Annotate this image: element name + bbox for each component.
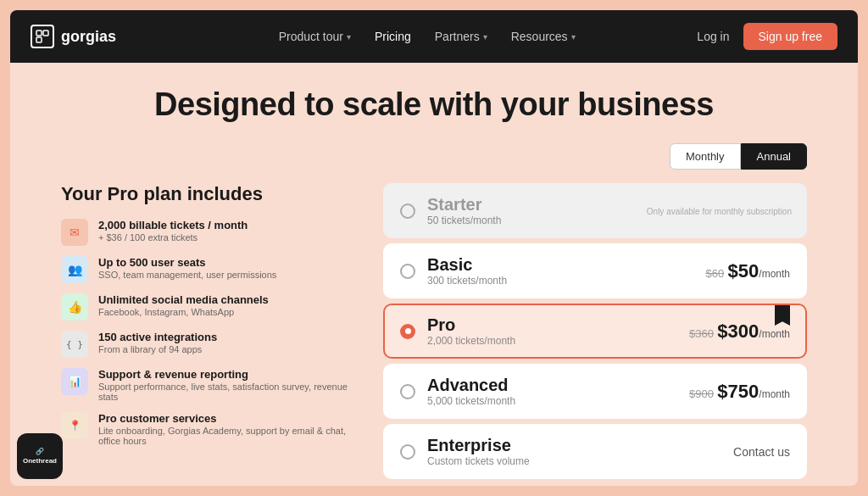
plan-card-pro[interactable]: Pro 2,000 tickets/month $360 $300/month (383, 304, 807, 359)
price-original: $900 (689, 387, 714, 400)
feature-name: 150 active integrations (98, 331, 217, 343)
navbar-actions: Log in Sign up free (697, 23, 837, 50)
plan-radio-starter (400, 203, 415, 219)
plan-price: $900 $750/month (689, 381, 790, 403)
plan-name: Enterprise (427, 436, 721, 455)
feature-desc: Support performance, live stats, satisfa… (98, 382, 349, 402)
plan-card-enterprise[interactable]: Enterprise Custom tickets volume Contact… (383, 424, 807, 479)
left-column: Your Pro plan includes ✉ 2,000 billable … (61, 183, 349, 479)
nav-resources[interactable]: Resources ▾ (511, 30, 576, 43)
plan-name: Basic (427, 255, 693, 275)
plan-radio-pro (400, 324, 415, 339)
nav-menu: Product tour ▾ Pricing Partners ▾ Resour… (157, 30, 697, 43)
feature-name: Up to 500 user seats (98, 256, 276, 269)
main-content: Designed to scale with your business Mon… (10, 63, 858, 486)
contact-us-label: Contact us (733, 445, 790, 459)
price-period: /month (759, 268, 790, 280)
monthly-toggle[interactable]: Monthly (670, 143, 741, 170)
feature-name: 2,000 billable tickets / month (98, 219, 248, 231)
content-columns: Your Pro plan includes ✉ 2,000 billable … (61, 183, 807, 479)
plan-card-starter[interactable]: Starter 50 tickets/month Only available … (383, 183, 807, 238)
feature-desc: + $36 / 100 extra tickets (98, 232, 248, 242)
price-current: $50 (728, 260, 760, 281)
integrations-icon: { } (61, 331, 88, 358)
chevron-down-icon: ▾ (347, 32, 351, 42)
plan-tickets: Custom tickets volume (427, 455, 721, 467)
logo-icon (31, 25, 54, 48)
logo-text: gorgias (61, 28, 116, 46)
plan-name: Pro (427, 315, 677, 335)
plan-radio-advanced (400, 384, 415, 399)
app-frame: gorgias Product tour ▾ Pricing Partners … (10, 10, 858, 486)
plan-name: Advanced (427, 376, 677, 395)
feature-list: ✉ 2,000 billable tickets / month + $36 /… (61, 219, 349, 446)
badge-label: Onethread (23, 457, 57, 465)
nav-label: Resources (511, 30, 568, 43)
tickets-icon: ✉ (61, 219, 88, 246)
feature-social: 👍 Unlimited social media channels Facebo… (61, 293, 349, 320)
nav-label: Pricing (375, 30, 411, 43)
feature-desc: SSO, team management, user permissions (98, 270, 276, 280)
svg-rect-2 (36, 37, 42, 42)
svg-rect-0 (36, 31, 42, 36)
logo[interactable]: gorgias (31, 25, 116, 48)
seats-icon: 👥 (61, 256, 88, 283)
feature-integrations: { } 150 active integrations From a libra… (61, 331, 349, 358)
price-current: $750 (717, 381, 759, 402)
svg-rect-1 (43, 31, 48, 36)
plan-tickets: 5,000 tickets/month (427, 395, 677, 407)
feature-desc: Lite onboarding, Gorgias Academy, suppor… (98, 426, 349, 446)
chevron-down-icon: ▾ (571, 32, 576, 42)
price-original: $360 (689, 327, 714, 340)
price-period: /month (759, 328, 790, 340)
navbar: gorgias Product tour ▾ Pricing Partners … (10, 10, 858, 63)
price-current: $300 (717, 320, 759, 342)
signup-button[interactable]: Sign up free (743, 23, 838, 50)
feature-desc: Facebook, Instagram, WhatsApp (98, 307, 269, 317)
plan-card-basic[interactable]: Basic 300 tickets/month $60 $50/month (383, 243, 807, 298)
chevron-down-icon: ▾ (483, 32, 487, 42)
feature-name: Pro customer services (98, 412, 349, 425)
annual-toggle[interactable]: Annual (741, 143, 807, 170)
nav-product-tour[interactable]: Product tour ▾ (279, 30, 351, 43)
plan-radio-basic (400, 264, 415, 279)
badge-icon: 🔗 (36, 448, 44, 455)
reporting-icon: 📊 (61, 368, 88, 395)
login-button[interactable]: Log in (697, 30, 729, 43)
feature-reporting: 📊 Support & revenue reporting Support pe… (61, 368, 349, 402)
customer-services-icon: 📍 (61, 412, 88, 439)
plan-tickets: 50 tickets/month (427, 215, 790, 226)
feature-seats: 👥 Up to 500 user seats SSO, team managem… (61, 256, 349, 283)
price-original: $60 (705, 267, 724, 280)
feature-customer-services: 📍 Pro customer services Lite onboarding,… (61, 412, 349, 446)
right-column: Starter 50 tickets/month Only available … (383, 183, 807, 479)
plan-price: Contact us (733, 444, 790, 460)
feature-desc: From a library of 94 apps (98, 344, 217, 354)
plan-includes-title: Your Pro plan includes (61, 183, 349, 205)
page-title: Designed to scale with your business (61, 86, 807, 123)
plan-tickets: 300 tickets/month (427, 275, 693, 287)
nav-pricing[interactable]: Pricing (375, 30, 411, 43)
billing-toggle: Monthly Annual (61, 143, 807, 170)
plan-price: $60 $50/month (705, 260, 790, 282)
nav-partners[interactable]: Partners ▾ (435, 30, 487, 43)
plan-note: Only available for monthly subscription (647, 206, 792, 215)
price-period: /month (759, 388, 790, 400)
plan-card-advanced[interactable]: Advanced 5,000 tickets/month $900 $750/m… (383, 364, 807, 419)
onethread-badge[interactable]: 🔗 Onethread (17, 433, 63, 479)
social-icon: 👍 (61, 293, 88, 320)
feature-name: Support & revenue reporting (98, 368, 349, 381)
plan-tickets: 2,000 tickets/month (427, 335, 677, 347)
feature-tickets: ✉ 2,000 billable tickets / month + $36 /… (61, 219, 349, 246)
nav-label: Partners (435, 30, 480, 43)
nav-label: Product tour (279, 30, 343, 43)
feature-name: Unlimited social media channels (98, 293, 269, 306)
plan-radio-enterprise (400, 444, 415, 460)
